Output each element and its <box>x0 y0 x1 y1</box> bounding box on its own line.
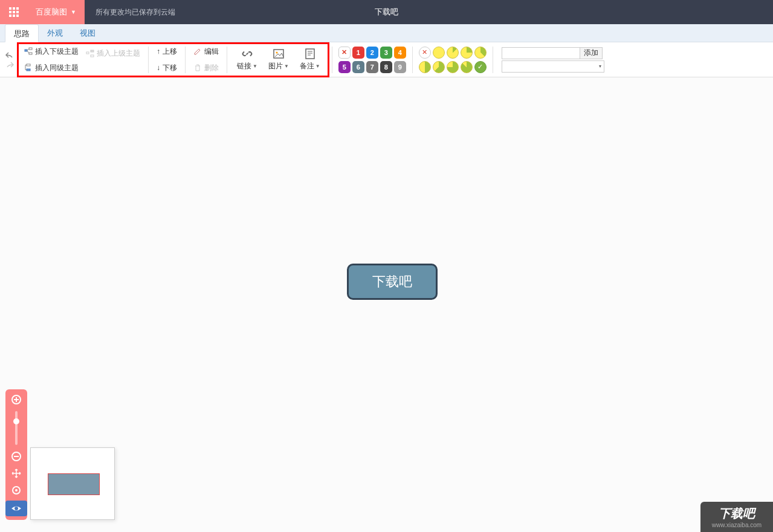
progress-4[interactable] <box>419 61 431 73</box>
zoom-in-button[interactable] <box>9 393 24 406</box>
priority-5[interactable]: 5 <box>338 61 351 73</box>
move-down-button[interactable]: ↓下移 <box>155 62 179 74</box>
link-button[interactable]: 链接▼ <box>233 48 261 71</box>
toolbar-separator <box>332 47 332 73</box>
svg-rect-3 <box>27 64 30 66</box>
watermark: 下载吧 www.xiazaiba.com <box>700 502 773 532</box>
minimap-viewport[interactable] <box>48 473 100 495</box>
navigator-panel <box>5 389 115 520</box>
progress-5[interactable] <box>433 61 445 73</box>
minimap[interactable] <box>30 447 115 520</box>
image-icon <box>273 48 285 60</box>
toggle-minimap-button[interactable] <box>5 501 27 516</box>
svg-rect-6 <box>91 50 94 52</box>
image-button[interactable]: 图片▼ <box>265 48 293 71</box>
zoom-slider[interactable] <box>15 411 18 445</box>
edit-button[interactable]: 编辑 <box>192 45 221 58</box>
tab-view[interactable]: 视图 <box>71 24 104 42</box>
svg-rect-1 <box>29 48 32 50</box>
progress-0[interactable] <box>433 47 445 59</box>
app-header: 百度脑图 ▼ 所有更改均已保存到云端 下载吧 <box>0 0 773 24</box>
brand-label: 百度脑图 <box>36 7 67 18</box>
link-icon <box>241 48 253 60</box>
insert-child-button[interactable]: 插入下级主题 <box>22 45 80 58</box>
brand-dropdown[interactable]: 百度脑图 ▼ <box>27 0 85 24</box>
progress-group <box>415 47 490 73</box>
toolbar: 插入下级主题 插入同级主题 插入上级主题 ↑上移 ↓下移 编辑 <box>0 42 773 77</box>
progress-done[interactable] <box>474 61 487 73</box>
svg-rect-2 <box>29 53 32 54</box>
insert-sibling-icon <box>24 63 33 72</box>
zoom-out-button[interactable] <box>9 450 24 463</box>
watermark-url: www.xiazaiba.com <box>712 522 762 528</box>
progress-7[interactable] <box>461 61 473 73</box>
toolbar-separator <box>185 47 186 73</box>
progress-2[interactable] <box>461 47 473 59</box>
priority-group: 1 2 3 4 5 6 7 8 9 <box>335 47 410 73</box>
priority-6[interactable]: 6 <box>352 61 364 73</box>
priority-4[interactable]: 4 <box>394 47 406 59</box>
priority-7[interactable]: 7 <box>366 61 378 73</box>
edit-icon <box>193 47 202 56</box>
tag-add-button[interactable]: 添加 <box>580 47 603 59</box>
progress-1[interactable] <box>447 47 459 59</box>
tag-select[interactable]: ▾ <box>502 60 604 73</box>
save-status-text: 所有更改均已保存到云端 <box>95 7 175 18</box>
tab-appearance[interactable]: 外观 <box>39 24 71 42</box>
priority-8[interactable]: 8 <box>380 61 392 73</box>
note-button[interactable]: 备注▼ <box>296 48 324 71</box>
highlighted-insert-group: 插入下级主题 插入同级主题 插入上级主题 ↑上移 ↓下移 编辑 <box>17 42 329 77</box>
redo-icon[interactable] <box>5 61 15 68</box>
arrow-up-icon: ↑ <box>157 47 160 56</box>
svg-rect-10 <box>306 49 314 59</box>
trash-icon <box>193 63 202 72</box>
priority-1[interactable]: 1 <box>352 47 364 59</box>
locate-button[interactable] <box>9 484 24 497</box>
undo-icon[interactable] <box>5 51 15 59</box>
chevron-down-icon: ▼ <box>315 63 320 69</box>
insert-sibling-button[interactable]: 插入同级主题 <box>22 62 80 74</box>
pan-button[interactable] <box>9 467 24 480</box>
priority-2[interactable]: 2 <box>366 47 378 59</box>
svg-point-9 <box>276 52 277 54</box>
tag-input[interactable] <box>502 47 580 59</box>
watermark-title: 下载吧 <box>719 505 755 522</box>
chevron-down-icon: ▼ <box>71 9 76 15</box>
apps-menu-button[interactable] <box>0 0 27 24</box>
document-title[interactable]: 下载吧 <box>375 7 398 18</box>
chevron-down-icon: ▾ <box>599 63 601 69</box>
tag-group: 添加 ▾ <box>496 47 604 73</box>
undo-redo-group <box>2 51 17 68</box>
chevron-down-icon: ▼ <box>284 63 289 69</box>
svg-point-21 <box>15 507 18 510</box>
zoom-controls <box>5 389 27 520</box>
priority-9[interactable]: 9 <box>394 61 406 73</box>
toolbar-separator <box>148 47 149 73</box>
svg-point-20 <box>15 489 18 491</box>
priority-clear[interactable] <box>338 47 351 59</box>
tab-mind[interactable]: 思路 <box>5 24 39 42</box>
insert-parent-icon <box>86 50 94 58</box>
progress-6[interactable] <box>447 61 459 73</box>
progress-3[interactable] <box>474 47 487 59</box>
svg-rect-7 <box>91 55 94 57</box>
apps-grid-icon <box>9 7 19 17</box>
insert-parent-button[interactable]: 插入上级主题 <box>84 47 142 60</box>
ribbon-tabs: 思路 外观 视图 <box>0 24 773 42</box>
chevron-down-icon: ▼ <box>253 63 257 69</box>
svg-rect-5 <box>86 52 89 54</box>
toolbar-separator <box>412 47 413 73</box>
root-node[interactable]: 下载吧 <box>347 264 438 300</box>
toolbar-separator <box>227 47 227 73</box>
toolbar-separator <box>493 47 493 73</box>
svg-rect-4 <box>27 69 30 71</box>
delete-button[interactable]: 删除 <box>192 62 221 74</box>
priority-3[interactable]: 3 <box>380 47 392 59</box>
progress-clear[interactable] <box>419 47 431 59</box>
arrow-down-icon: ↓ <box>157 63 160 72</box>
move-up-button[interactable]: ↑上移 <box>155 45 179 58</box>
note-icon <box>304 48 316 60</box>
svg-rect-0 <box>25 50 27 51</box>
mindmap-canvas[interactable]: 下载吧 <box>0 77 773 532</box>
insert-child-icon <box>24 47 33 56</box>
